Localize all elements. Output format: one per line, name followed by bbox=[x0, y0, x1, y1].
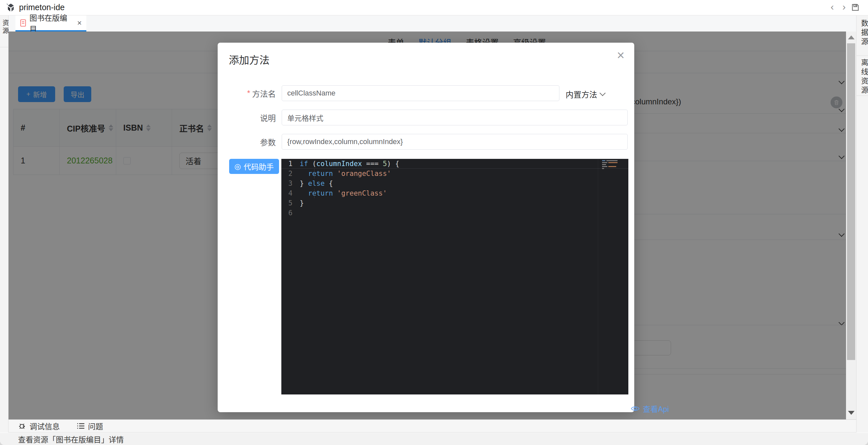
code-line[interactable]: 6 bbox=[281, 208, 628, 218]
target-icon: ◎ bbox=[235, 162, 241, 171]
description-label: 说明 bbox=[218, 109, 276, 125]
scrollbar-thumb[interactable] bbox=[847, 43, 855, 360]
left-rail: 资源 bbox=[0, 15, 8, 433]
tab-label: 图书在版编目 bbox=[30, 12, 72, 34]
right-rail-item-datasource[interactable]: 数据源 bbox=[859, 19, 868, 47]
scroll-down-icon[interactable] bbox=[848, 411, 855, 415]
dialog-title: 添加方法 bbox=[229, 52, 270, 67]
bug-icon bbox=[19, 422, 26, 430]
eye-icon bbox=[631, 405, 640, 412]
code-lines: 1if (columnIndex === 5) {2 return 'orang… bbox=[281, 159, 628, 218]
vertical-scrollbar[interactable] bbox=[846, 32, 856, 419]
form-row-method-name: * 方法名 内置方法 bbox=[218, 85, 634, 101]
form-row-params: 参数 bbox=[218, 134, 634, 150]
minimap-divider bbox=[598, 159, 598, 394]
app-title: primeton-ide bbox=[19, 3, 65, 12]
rail-divider bbox=[857, 95, 868, 96]
right-rail-item-offline-resources[interactable]: 离线资源 bbox=[859, 59, 868, 95]
debug-info-button[interactable]: 调试信息 bbox=[19, 420, 60, 432]
title-bar: primeton-ide ‹ › bbox=[0, 0, 868, 15]
problems-button[interactable]: 问题 bbox=[77, 420, 103, 432]
document-icon bbox=[20, 19, 26, 27]
code-line[interactable]: 4 return 'greenClass' bbox=[281, 188, 628, 198]
rail-divider bbox=[857, 56, 868, 56]
params-label: 参数 bbox=[218, 134, 276, 150]
status-bar: 查看资源「图书在版编目」详情 bbox=[0, 433, 868, 445]
app-logo-icon bbox=[6, 3, 16, 13]
code-line[interactable]: 5} bbox=[281, 198, 628, 208]
method-name-input[interactable] bbox=[282, 85, 559, 101]
app-window: primeton-ide ‹ › 资源 数据源 离线资源 图书在版编目 × bbox=[0, 0, 868, 445]
view-api-link[interactable]: 查看Api bbox=[631, 403, 669, 414]
form-row-description: 说明 bbox=[218, 109, 634, 125]
scroll-up-icon[interactable] bbox=[848, 35, 855, 39]
status-text: 查看资源「图书在版编目」详情 bbox=[18, 434, 124, 445]
required-mark: * bbox=[247, 89, 250, 98]
dialog-close-icon[interactable]: × bbox=[617, 49, 624, 62]
builtin-method-dropdown[interactable]: 内置方法 bbox=[566, 88, 605, 100]
nav-back-icon[interactable]: ‹ bbox=[827, 1, 837, 12]
minimap[interactable] bbox=[602, 160, 622, 170]
description-input[interactable] bbox=[282, 109, 628, 125]
tab-close-icon[interactable]: × bbox=[77, 20, 82, 26]
bottom-panel-bar: 调试信息 问题 bbox=[8, 419, 856, 433]
indent-guide bbox=[314, 169, 314, 179]
tab-bar: 图书在版编目 × bbox=[8, 15, 856, 32]
code-line[interactable]: 3} else { bbox=[281, 179, 628, 188]
add-method-dialog: 添加方法 × * 方法名 内置方法 说明 bbox=[218, 43, 634, 412]
nav-forward-icon[interactable]: › bbox=[839, 1, 849, 12]
params-input[interactable] bbox=[282, 134, 628, 150]
method-name-label: * 方法名 bbox=[218, 85, 276, 101]
right-rail: 数据源 离线资源 bbox=[856, 15, 868, 433]
list-icon bbox=[77, 422, 85, 430]
workspace: 表单 默认分组 表格设置 高级设置 + 新增 导出 # CIP核准号 bbox=[8, 32, 846, 419]
chevron-down-icon bbox=[599, 90, 606, 96]
code-editor[interactable]: 1if (columnIndex === 5) {2 return 'orang… bbox=[281, 159, 628, 394]
save-icon[interactable] bbox=[851, 3, 860, 12]
rail-divider bbox=[0, 47, 8, 47]
code-line[interactable]: 2 return 'orangeClass' bbox=[281, 169, 628, 179]
indent-guide bbox=[314, 189, 314, 198]
code-line[interactable]: 1if (columnIndex === 5) { bbox=[281, 159, 628, 169]
tab-book-cip[interactable]: 图书在版编目 × bbox=[16, 15, 86, 32]
code-assistant-button[interactable]: ◎ 代码助手 bbox=[229, 159, 279, 174]
